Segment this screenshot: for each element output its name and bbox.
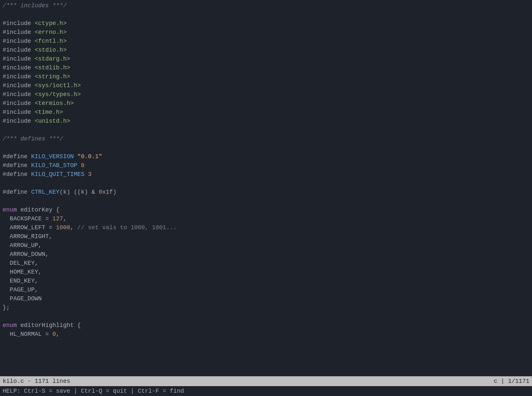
code-line: #define KILO_QUIT_TIMES 3 — [3, 170, 529, 179]
code-line: #include <sys/types.h> — [3, 90, 529, 99]
code-line: #include <fcntl.h> — [3, 37, 529, 46]
code-line: HOME_KEY, — [3, 268, 529, 277]
code-line: ARROW_LEFT = 1000, // set vals to 1000, … — [3, 223, 529, 232]
code-line: #define KILO_VERSION "0.0.1" — [3, 152, 529, 161]
code-line: ARROW_RIGHT, — [3, 232, 529, 241]
code-line: #include <stdio.h> — [3, 46, 529, 55]
code-line: #include <stdlib.h> — [3, 63, 529, 72]
code-line: #include <sys/ioctl.h> — [3, 81, 529, 90]
code-line-empty — [3, 143, 529, 152]
code-line: /*** defines ***/ — [3, 135, 529, 143]
code-line: ARROW_DOWN, — [3, 250, 529, 259]
code-line-empty — [3, 197, 529, 206]
code-line: #include <stdarg.h> — [3, 55, 529, 63]
comment-text: /*** includes ***/ — [3, 2, 66, 9]
code-line-empty — [3, 312, 529, 321]
code-line: #include <string.h> — [3, 72, 529, 81]
code-line-empty — [3, 179, 529, 188]
code-line: #include <time.h> — [3, 108, 529, 117]
code-line: /*** includes ***/ — [3, 1, 529, 10]
code-line-empty — [3, 10, 529, 19]
status-bar: kilo.c - 1171 lines c | 1/1171 — [0, 376, 532, 386]
code-line: END_KEY, — [3, 277, 529, 285]
code-line: PAGE_UP, — [3, 285, 529, 294]
code-line: DEL_KEY, — [3, 259, 529, 268]
code-editor[interactable]: /*** includes ***/ #include <ctype.h> #i… — [0, 0, 532, 376]
code-line: PAGE_DOWN — [3, 294, 529, 303]
code-line: ARROW_UP, — [3, 241, 529, 250]
code-line: enum editorHighlight { — [3, 321, 529, 330]
code-line: enum editorKey { — [3, 206, 529, 214]
help-bar: HELP: Ctrl-S = save | Ctrl-Q = quit | Ct… — [0, 386, 532, 396]
code-line: HL_NORMAL = 0, — [3, 330, 529, 339]
code-line-empty — [3, 126, 529, 135]
code-line: #include <termios.h> — [3, 99, 529, 108]
code-line: #include <ctype.h> — [3, 19, 529, 28]
code-line: BACKSPACE = 127, — [3, 214, 529, 223]
help-text: HELP: Ctrl-S = save | Ctrl-Q = quit | Ct… — [3, 387, 184, 396]
status-right: c | 1/1171 — [494, 377, 529, 386]
comment-text: /*** defines ***/ — [3, 136, 63, 142]
code-line: #define KILO_TAB_STOP 8 — [3, 161, 529, 170]
code-line: #include <unistd.h> — [3, 117, 529, 126]
code-line: #define CTRL_KEY(k) ((k) & 0x1f) — [3, 188, 529, 197]
status-left: kilo.c - 1171 lines — [3, 377, 70, 386]
code-line: #include <errno.h> — [3, 28, 529, 37]
code-line: }; — [3, 303, 529, 312]
